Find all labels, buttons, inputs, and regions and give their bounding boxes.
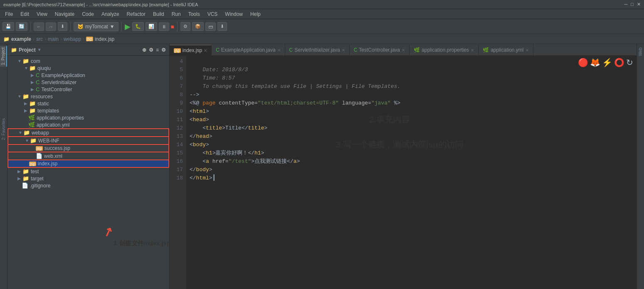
tree-item-successjsp[interactable]: jsp success.jsp (7, 145, 169, 152)
breadcrumb-src[interactable]: src (36, 36, 43, 42)
refresh-icon[interactable]: ↻ (626, 57, 633, 67)
coverage-button[interactable]: 📊 (146, 22, 157, 31)
expand-arrow-templates[interactable]: ▶ (24, 108, 28, 113)
expand-arrow-static[interactable]: ▶ (24, 101, 28, 106)
tab-close-appyml[interactable]: ✕ (526, 48, 529, 52)
menu-item-analyze[interactable]: Analyze (98, 10, 123, 18)
minimize-button[interactable]: ─ (624, 2, 628, 7)
tab-appprops[interactable]: 🌿 application.properties ✕ (410, 45, 479, 55)
menu-item-file[interactable]: File (2, 10, 16, 18)
tree-item-servlet[interactable]: ▶ C ServletInitializer (7, 79, 169, 86)
menu-item-build[interactable]: Build (150, 10, 168, 18)
breadcrumb-indexjsp[interactable]: index.jsp (95, 36, 114, 42)
menu-item-window[interactable]: Window (222, 10, 246, 18)
chrome-icon[interactable]: 🔴 (578, 57, 588, 67)
maximize-button[interactable]: □ (631, 2, 634, 7)
menu-item-edit[interactable]: Edit (17, 10, 32, 18)
expand-arrow-test[interactable]: ▶ (17, 169, 22, 174)
close-button[interactable]: ✕ (637, 2, 641, 7)
breadcrumb-webapp[interactable]: webapp (64, 36, 81, 42)
menu-item-help[interactable]: Help (247, 10, 264, 18)
menu-item-code[interactable]: Code (79, 10, 97, 18)
tab-indexjsp[interactable]: jsp index.jsp ✕ (170, 45, 212, 55)
project-settings-icon[interactable]: ⚙ (149, 47, 153, 53)
sidebar-tab-web[interactable]: Web (637, 46, 644, 57)
expand-arrow-qiuqiu[interactable]: ▼ (24, 66, 28, 70)
tab-close-indexjsp[interactable]: ✕ (204, 48, 207, 53)
code-content[interactable]: Date: 2018/8/3 Time: 8:57 To change this… (186, 56, 637, 289)
breadcrumb-main[interactable]: main (48, 36, 59, 42)
project-gear-icon[interactable]: ⚙ (161, 47, 166, 53)
menu-item-vcs[interactable]: VCS (204, 10, 221, 18)
tree-item-appyml[interactable]: 🌿 application.yml (7, 121, 169, 128)
folder-icon-qiuqiu: 📁 (29, 65, 36, 71)
expand-arrow-target[interactable]: ▶ (17, 176, 22, 181)
run-button[interactable]: ▶ (125, 22, 131, 31)
save-button[interactable]: 💾 (2, 22, 14, 31)
tree-label-webxml: web.xml (44, 153, 62, 159)
project-collapse-icon[interactable]: ≡ (156, 47, 159, 53)
tab-close-exampleapp[interactable]: ✕ (277, 48, 281, 52)
menu-item-navigate[interactable]: Navigate (52, 10, 78, 18)
expand-arrow-webapp[interactable]: ▼ (18, 130, 22, 135)
profile-button[interactable]: ⏸ (159, 22, 169, 31)
tree-item-static[interactable]: ▶ 📁 static (7, 100, 169, 107)
tree-item-target[interactable]: ▶ 📁 target (7, 175, 169, 182)
tree-item-webxml[interactable]: 📄 web.xml (7, 152, 169, 160)
menu-item-view[interactable]: View (33, 10, 51, 18)
folder-icon-target: 📁 (22, 175, 29, 182)
expand-arrow-com[interactable]: ▼ (17, 59, 22, 63)
tree-item-exampleapp[interactable]: ▶ C ExampleApplication (7, 72, 169, 79)
tree-item-webinf[interactable]: ▼ 📁 WEB-INF (7, 137, 169, 145)
tab-icon-exampleapp: C (216, 47, 220, 53)
expand-arrow-exampleapp[interactable]: ▶ (31, 73, 35, 77)
tab-servlet[interactable]: C ServletInitializer.java ✕ (285, 45, 350, 55)
expand-arrow-webinf[interactable]: ▼ (25, 138, 29, 143)
forward-button[interactable]: → (46, 22, 56, 31)
tree-item-test[interactable]: ▶ 📁 test (7, 168, 169, 175)
project-add-icon[interactable]: ⊕ (142, 47, 146, 53)
expand-arrow-resources[interactable]: ▼ (17, 94, 22, 99)
tree-item-webapp[interactable]: ▼ 📁 webapp (7, 128, 169, 137)
tomcat-selector[interactable]: 🐱 myTomcat ▼ (74, 22, 118, 31)
database-button[interactable]: 🗃 (205, 22, 216, 31)
tree-item-templates[interactable]: ▶ 📁 templates (7, 107, 169, 114)
tree-item-qiuqiu[interactable]: ▼ 📁 qiuqiu (7, 65, 169, 72)
menu-item-run[interactable]: Run (168, 10, 184, 18)
sidebar-tab-favorites[interactable]: 2: Favorites (0, 117, 7, 142)
deploy-button[interactable]: 📦 (192, 22, 204, 31)
tab-icon-servlet: C (289, 47, 293, 53)
tree-label-successjsp: success.jsp (44, 145, 70, 151)
tree-item-indexjsp[interactable]: jsp index.jsp (7, 160, 169, 168)
firefox-icon[interactable]: 🦊 (590, 57, 600, 67)
tree-label-target: target (31, 176, 44, 182)
tab-exampleapp[interactable]: C ExampleApplication.java ✕ (212, 45, 285, 55)
tab-close-appprops[interactable]: ✕ (471, 48, 474, 52)
tree-item-com[interactable]: ▼ 📁 com (7, 57, 169, 65)
title-text: example [E:\Project\chess\712\example] -… (3, 2, 198, 7)
terminal-button[interactable]: ⬇ (217, 22, 227, 31)
breadcrumb-example[interactable]: example (11, 36, 31, 42)
opera-icon[interactable]: ⚡ (602, 57, 612, 67)
build-button[interactable]: ⬇ (58, 22, 67, 31)
settings-button[interactable]: ⚙ (180, 22, 190, 31)
ie-icon[interactable]: ⭕ (614, 57, 624, 67)
tab-label-testcontroller: TestController.java (359, 47, 400, 53)
tab-appyml[interactable]: 🌿 application.yml ✕ (479, 45, 533, 55)
sidebar-tab-project[interactable]: 1: Project (0, 46, 7, 67)
tree-item-resources[interactable]: ▼ 📁 resources (7, 93, 169, 100)
expand-arrow-testcontroller[interactable]: ▶ (31, 87, 35, 92)
debug-button[interactable]: 🐛 (132, 22, 144, 31)
tab-close-servlet[interactable]: ✕ (342, 48, 345, 52)
tree-item-appprops[interactable]: 🌿 application.properties (7, 114, 169, 121)
tree-item-gitignore[interactable]: 📄 .gitignore (7, 182, 169, 189)
tab-close-testcontroller[interactable]: ✕ (402, 48, 405, 52)
back-button[interactable]: ← (34, 22, 44, 31)
expand-arrow-servlet[interactable]: ▶ (31, 80, 35, 85)
menu-item-refactor[interactable]: Refactor (123, 10, 149, 18)
sync-button[interactable]: 🔄 (16, 22, 27, 31)
stop-button[interactable]: ■ (171, 23, 174, 30)
tree-item-testcontroller[interactable]: ▶ C TestController (7, 86, 169, 93)
tab-testcontroller[interactable]: C TestController.java ✕ (350, 45, 410, 55)
menu-item-tools[interactable]: Tools (185, 10, 203, 18)
